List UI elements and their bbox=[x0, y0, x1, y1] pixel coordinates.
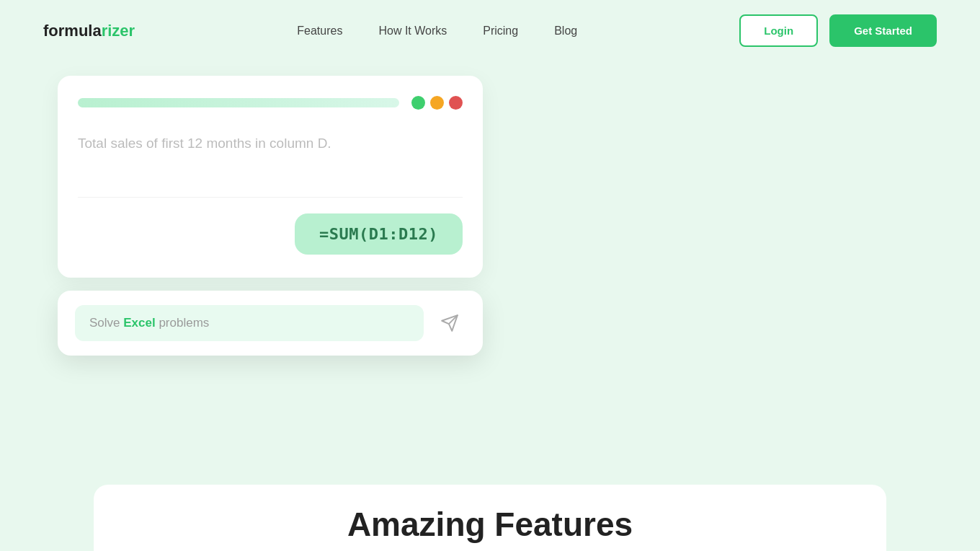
demo-prompt: Total sales of first 12 months in column… bbox=[78, 130, 463, 157]
main-content: Total sales of first 12 months in column… bbox=[0, 61, 980, 551]
logo[interactable]: formularizer bbox=[43, 22, 135, 40]
send-icon bbox=[440, 314, 459, 332]
send-button[interactable] bbox=[434, 307, 466, 339]
window-dot-yellow bbox=[430, 96, 444, 110]
window-dot-red bbox=[449, 96, 463, 110]
input-container[interactable]: Solve Excel problems bbox=[75, 305, 424, 341]
get-started-button[interactable]: Get Started bbox=[829, 14, 937, 47]
login-button[interactable]: Login bbox=[739, 14, 818, 47]
nav-link-blog[interactable]: Blog bbox=[554, 25, 577, 37]
demo-divider bbox=[78, 197, 463, 198]
nav-link-how-it-works[interactable]: How It Works bbox=[378, 25, 447, 37]
input-text-problems: problems bbox=[156, 316, 210, 330]
nav-link-pricing[interactable]: Pricing bbox=[483, 25, 518, 37]
window-controls bbox=[78, 96, 463, 110]
nav-link-features[interactable]: Features bbox=[297, 25, 342, 37]
bottom-section: Amazing Features bbox=[94, 485, 886, 551]
window-dot-green bbox=[411, 96, 425, 110]
nav-links: Features How It Works Pricing Blog bbox=[297, 25, 577, 38]
demo-card-top: Total sales of first 12 months in column… bbox=[58, 76, 483, 278]
navbar: formularizer Features How It Works Prici… bbox=[0, 0, 980, 61]
logo-formula: formularizer bbox=[43, 22, 135, 40]
input-text-excel: Excel bbox=[123, 316, 155, 330]
window-bar bbox=[78, 98, 399, 107]
input-text-solve: Solve bbox=[89, 316, 123, 330]
amazing-features-title: Amazing Features bbox=[94, 505, 886, 544]
formula-bubble: =SUM(D1:D12) bbox=[295, 213, 463, 255]
formula-result: =SUM(D1:D12) bbox=[78, 213, 463, 255]
demo-card-bottom: Solve Excel problems bbox=[58, 291, 483, 356]
nav-buttons: Login Get Started bbox=[739, 14, 937, 47]
